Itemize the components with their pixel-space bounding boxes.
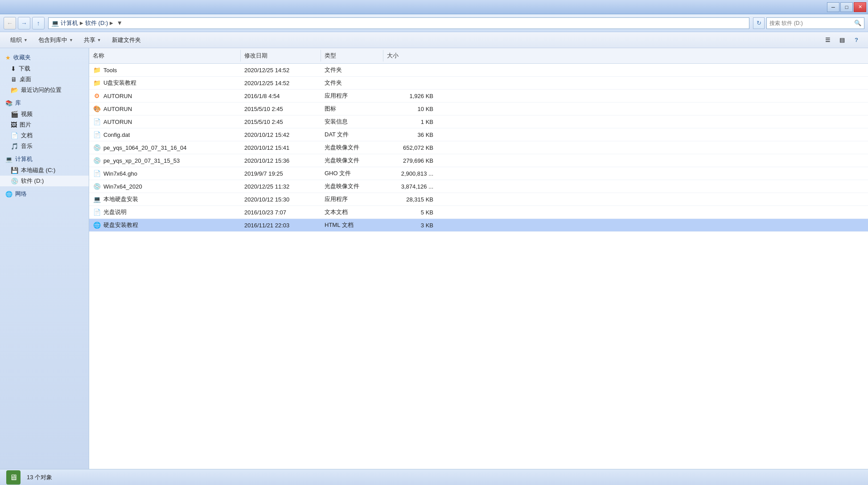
search-icon[interactable]: 🔍 — [854, 20, 861, 26]
organize-button[interactable]: 组织 ▼ — [5, 34, 33, 46]
table-row[interactable]: 📄AUTORUN2015/5/10 2:45安装信息1 KB — [89, 115, 868, 128]
file-modified-cell: 2020/12/25 11:32 — [241, 181, 321, 192]
address-bar: 💻 计算机 ▶ 软件 (D:) ▶ ▼ — [48, 17, 749, 29]
file-modified-cell: 2016/11/21 22:03 — [241, 220, 321, 230]
address-segment-computer[interactable]: 计算机 — [61, 19, 78, 27]
sidebar-item-desktop[interactable]: 🖥 桌面 — [0, 74, 89, 85]
close-button[interactable]: ✕ — [854, 2, 866, 12]
sidebar-item-downloads[interactable]: ⬇ 下载 — [0, 63, 89, 74]
file-name-cell: 🌐硬盘安装教程 — [89, 220, 241, 230]
downloads-icon: ⬇ — [11, 65, 16, 72]
network-label: 网络 — [15, 190, 27, 198]
sidebar-item-documents[interactable]: 📄 文档 — [0, 130, 89, 141]
file-modified-cell: 2020/12/25 14:52 — [241, 78, 321, 88]
pictures-label: 图片 — [20, 121, 31, 129]
title-bar: ─ □ ✕ — [0, 0, 868, 14]
file-modified-cell: 2020/10/12 15:30 — [241, 194, 321, 205]
table-row[interactable]: ⚙AUTORUN2016/1/8 4:54应用程序1,926 KB — [89, 90, 868, 103]
table-row[interactable]: 📄Win7x64.gho2019/9/7 19:25GHO 文件2,900,81… — [89, 167, 868, 180]
address-arrow-2: ▶ — [110, 21, 113, 25]
file-size-cell: 2,900,813 ... — [383, 168, 437, 179]
sidebar-favorites-header[interactable]: ★ 收藏夹 — [0, 52, 89, 63]
file-size-cell — [383, 78, 437, 88]
file-type-cell: 安装信息 — [321, 116, 383, 127]
table-row[interactable]: 💿pe_yqs_xp_20_07_31_15_532020/10/12 15:3… — [89, 154, 868, 167]
sidebar-item-drive-c[interactable]: 💾 本地磁盘 (C:) — [0, 165, 89, 176]
file-name-cell: 📄AUTORUN — [89, 116, 241, 127]
file-icon: 📄 — [93, 208, 101, 216]
table-row[interactable]: 📁U盘安装教程2020/12/25 14:52文件夹 — [89, 77, 868, 90]
sidebar-item-drive-d[interactable]: 💿 软件 (D:) — [0, 176, 89, 186]
favorites-icon: ★ — [5, 54, 11, 61]
file-icon: 🎨 — [93, 105, 101, 113]
sidebar-item-videos[interactable]: 🎬 视频 — [0, 109, 89, 119]
back-button[interactable]: ← — [4, 17, 16, 29]
forward-button[interactable]: → — [18, 17, 30, 29]
column-header-modified[interactable]: 修改日期 — [241, 50, 321, 62]
file-name: AUTORUN — [103, 119, 132, 125]
table-row[interactable]: 🌐硬盘安装教程2016/11/21 22:03HTML 文档3 KB — [89, 219, 868, 232]
toolbar-right: ☰ ▤ ? — [822, 34, 863, 46]
help-button[interactable]: ? — [850, 34, 863, 46]
table-row[interactable]: 💿Win7x64_20202020/12/25 11:32光盘映像文件3,874… — [89, 180, 868, 193]
column-header-size[interactable]: 大小 — [383, 50, 437, 62]
sidebar-item-music[interactable]: 🎵 音乐 — [0, 141, 89, 152]
new-folder-button[interactable]: 新建文件夹 — [107, 34, 146, 46]
table-row[interactable]: 💿pe_yqs_1064_20_07_31_16_042020/10/12 15… — [89, 141, 868, 154]
up-button[interactable]: ↑ — [32, 17, 45, 29]
file-type-cell: 文件夹 — [321, 78, 383, 88]
include-button[interactable]: 包含到库中 ▼ — [33, 34, 78, 46]
column-header-type[interactable]: 类型 — [321, 50, 383, 62]
music-icon: 🎵 — [11, 143, 18, 150]
address-icon: 💻 — [51, 20, 59, 27]
sidebar-library-header[interactable]: 📚 库 — [0, 97, 89, 109]
table-row[interactable]: 🎨AUTORUN2015/5/10 2:45图标10 KB — [89, 103, 868, 115]
sidebar-item-pictures[interactable]: 🖼 图片 — [0, 119, 89, 130]
share-button[interactable]: 共享 ▼ — [79, 34, 106, 46]
sidebar-network-header[interactable]: 🌐 网络 — [0, 188, 89, 200]
navigation-bar: ← → ↑ 💻 计算机 ▶ 软件 (D:) ▶ ▼ ↻ 🔍 — [0, 14, 868, 32]
file-icon: ⚙ — [93, 92, 101, 100]
table-row[interactable]: 📄Config.dat2020/10/12 15:42DAT 文件36 KB — [89, 128, 868, 141]
file-icon: 💿 — [93, 182, 101, 190]
file-modified-cell: 2020/10/12 15:41 — [241, 142, 321, 153]
videos-icon: 🎬 — [11, 111, 18, 118]
file-modified-cell: 2019/9/7 19:25 — [241, 168, 321, 179]
maximize-button[interactable]: □ — [840, 2, 853, 12]
downloads-label: 下载 — [19, 65, 30, 73]
recent-label: 最近访问的位置 — [21, 86, 62, 94]
file-size-cell: 36 KB — [383, 129, 437, 140]
table-row[interactable]: 📁Tools2020/12/25 14:52文件夹 — [89, 64, 868, 77]
refresh-button[interactable]: ↻ — [753, 17, 765, 29]
file-type-cell: HTML 文档 — [321, 220, 383, 230]
file-area: 名称 修改日期 类型 大小 📁Tools2020/12/25 14:52文件夹📁… — [89, 48, 868, 469]
column-header-name[interactable]: 名称 — [89, 50, 241, 62]
minimize-button[interactable]: ─ — [827, 2, 839, 12]
network-icon: 🌐 — [5, 191, 12, 197]
address-segment-drive[interactable]: 软件 (D:) — [85, 19, 108, 27]
sidebar-item-recent[interactable]: 📂 最近访问的位置 — [0, 85, 89, 95]
file-type-cell: 应用程序 — [321, 194, 383, 205]
file-type-cell: 光盘映像文件 — [321, 155, 383, 166]
file-name: 光盘说明 — [103, 208, 127, 216]
status-count: 13 个对象 — [27, 473, 52, 481]
file-name: pe_yqs_xp_20_07_31_15_53 — [103, 157, 180, 164]
file-size-cell: 5 KB — [383, 207, 437, 218]
file-name: Config.dat — [103, 132, 130, 138]
preview-pane-button[interactable]: ▤ — [836, 34, 848, 46]
file-type-cell: 图标 — [321, 103, 383, 114]
search-input[interactable] — [769, 20, 854, 26]
computer-label: 计算机 — [15, 155, 33, 163]
sidebar-computer-header[interactable]: 💻 计算机 — [0, 153, 89, 165]
file-type-cell: 光盘映像文件 — [321, 142, 383, 153]
file-modified-cell: 2016/10/23 7:07 — [241, 207, 321, 218]
view-options-button[interactable]: ☰ — [822, 34, 834, 46]
table-row[interactable]: 💻本地硬盘安装2020/10/12 15:30应用程序28,315 KB — [89, 193, 868, 206]
file-name-cell: 📄Win7x64.gho — [89, 168, 241, 179]
main-content: ★ 收藏夹 ⬇ 下载 🖥 桌面 📂 最近访问的位置 📚 库 � — [0, 48, 868, 469]
table-row[interactable]: 📄光盘说明2016/10/23 7:07文本文档5 KB — [89, 206, 868, 219]
file-name-cell: 💿pe_yqs_1064_20_07_31_16_04 — [89, 142, 241, 153]
address-dropdown-button[interactable]: ▼ — [115, 18, 124, 29]
status-icon: 🖥 — [5, 469, 21, 485]
file-name: Win7x64.gho — [103, 170, 137, 177]
